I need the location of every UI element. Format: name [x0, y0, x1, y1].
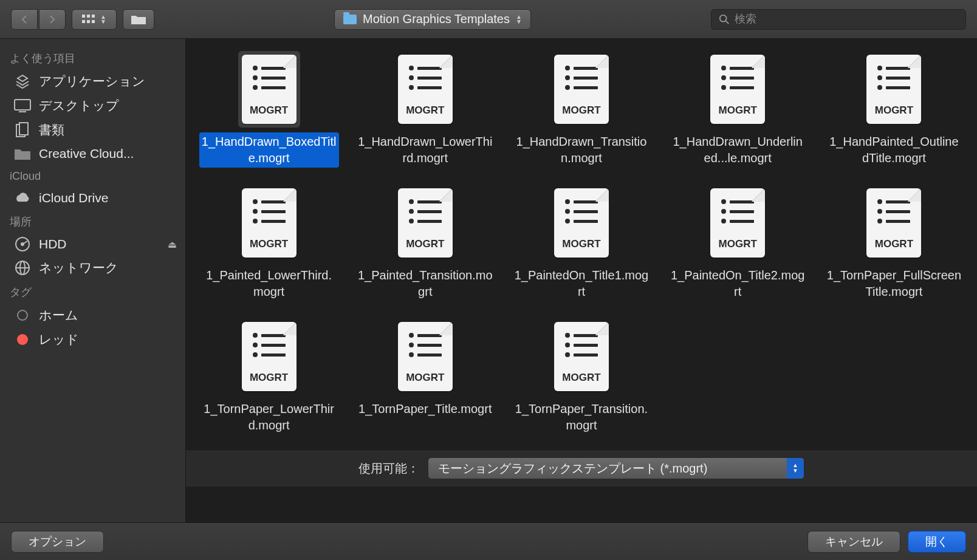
file-ext-label: MOGRT [406, 104, 444, 117]
file-grid[interactable]: MOGRT1_HandDrawn_BoxedTitle.mogrt MOGRT1… [186, 39, 977, 449]
file-thumb-wrap: MOGRT [238, 185, 300, 261]
file-ext-label: MOGRT [562, 104, 600, 117]
sidebar-item[interactable]: ネットワーク [0, 256, 185, 280]
file-item[interactable]: MOGRT1_Painted_LowerThird.mogrt [194, 185, 343, 301]
file-ext-label: MOGRT [719, 238, 757, 250]
mogrt-file-icon: MOGRT [866, 188, 921, 258]
sidebar-item[interactable]: ホーム [0, 303, 185, 327]
mogrt-file-icon: MOGRT [554, 322, 609, 391]
search-input[interactable] [735, 13, 958, 26]
sidebar-item-label: HDD [39, 237, 160, 251]
file-thumb-wrap: MOGRT [863, 185, 925, 261]
file-item[interactable]: MOGRT1_TornPaper_FullScreenTitle.mogrt [820, 185, 968, 301]
file-item[interactable]: MOGRT1_Painted_Transition.mogrt [351, 185, 499, 301]
file-item[interactable]: MOGRT1_PaintedOn_Title1.mogrt [507, 185, 656, 301]
view-mode-group: ▲▼ [72, 9, 117, 30]
file-ext-label: MOGRT [250, 104, 288, 117]
sidebar-item[interactable]: デスクトップ [0, 94, 185, 118]
file-item[interactable]: MOGRT1_TornPaper_LowerThird.mogrt [194, 318, 343, 435]
file-name-label: 1_TornPaper_FullScreenTitle.mogrt [824, 266, 964, 301]
svg-rect-5 [92, 20, 95, 23]
file-thumb-wrap: MOGRT [238, 318, 300, 395]
file-item[interactable]: MOGRT1_HandPainted_OutlinedTitle.mogrt [820, 51, 968, 168]
file-name-label: 1_PaintedOn_Title1.mogrt [512, 266, 651, 301]
cancel-button[interactable]: キャンセル [807, 531, 900, 553]
file-thumb-wrap: MOGRT [394, 318, 456, 395]
cloud-icon [13, 190, 32, 206]
sidebar-item[interactable]: HDD⏏ [0, 233, 185, 256]
chevron-right-icon [49, 15, 56, 24]
svg-rect-4 [87, 20, 90, 23]
folder-icon [13, 146, 32, 162]
file-name-label: 1_TornPaper_Title.mogrt [356, 400, 494, 418]
search-field[interactable] [711, 9, 966, 30]
svg-rect-1 [87, 15, 90, 18]
svg-rect-8 [15, 100, 30, 110]
path-dropdown[interactable]: Motion Graphics Templates ▲▼ [334, 9, 531, 30]
apps-icon [13, 73, 32, 89]
file-item[interactable]: MOGRT1_HandDrawn_BoxedTitle.mogrt [194, 51, 343, 168]
file-name-label: 1_HandDrawn_Underlined...le.mogrt [668, 132, 807, 168]
sidebar-section-header: iCloud [0, 165, 185, 186]
file-thumb-wrap: MOGRT [238, 51, 300, 128]
file-name-label: 1_TornPaper_LowerThird.mogrt [199, 400, 339, 435]
file-item[interactable]: MOGRT1_HandDrawn_LowerThird.mogrt [351, 51, 499, 168]
file-item[interactable]: MOGRT1_TornPaper_Title.mogrt [351, 318, 499, 435]
file-item[interactable]: MOGRT1_TornPaper_Transition.mogrt [507, 318, 656, 435]
mogrt-file-icon: MOGRT [710, 188, 765, 258]
updown-icon: ▲▼ [516, 15, 522, 24]
icon-view-button[interactable]: ▲▼ [72, 9, 117, 30]
sidebar-item[interactable]: Creative Cloud... [0, 142, 185, 165]
sidebar-item-label: ネットワーク [39, 259, 177, 276]
sidebar-section-header: タグ [0, 280, 185, 303]
file-type-value: モーショングラフィックステンプレート (*.mogrt) [438, 460, 707, 477]
main-area: よく使う項目アプリケーションデスクトップ書類Creative Cloud...i… [0, 39, 977, 522]
mogrt-file-icon: MOGRT [554, 55, 609, 124]
sidebar-item[interactable]: 書類 [0, 118, 185, 142]
file-name-label: 1_Painted_LowerThird.mogrt [199, 266, 339, 301]
sidebar-item[interactable]: アプリケーション [0, 69, 185, 94]
mogrt-file-icon: MOGRT [398, 322, 453, 391]
file-thumb-wrap: MOGRT [550, 185, 612, 261]
mogrt-file-icon: MOGRT [554, 188, 609, 258]
sidebar-section-header: 場所 [0, 210, 185, 233]
sidebar-item[interactable]: レッド [0, 327, 185, 352]
filter-label: 使用可能： [358, 460, 419, 477]
svg-rect-3 [82, 20, 85, 23]
file-ext-label: MOGRT [719, 104, 757, 117]
filter-row: 使用可能： モーショングラフィックステンプレート (*.mogrt) ▲▼ [186, 449, 977, 487]
file-name-label: 1_HandDrawn_LowerThird.mogrt [355, 132, 495, 168]
file-item[interactable]: MOGRT1_PaintedOn_Title2.mogrt [663, 185, 812, 301]
sidebar-item[interactable]: iCloud Drive [0, 186, 185, 210]
file-thumb-wrap: MOGRT [550, 51, 612, 128]
mogrt-file-icon: MOGRT [242, 322, 297, 391]
file-thumb-wrap: MOGRT [863, 51, 925, 128]
file-name-label: 1_HandDrawn_BoxedTitle.mogrt [199, 132, 339, 168]
sidebar-item-label: アプリケーション [39, 73, 177, 90]
file-type-select[interactable]: モーショングラフィックステンプレート (*.mogrt) ▲▼ [428, 457, 804, 479]
sidebar-section-header: よく使う項目 [0, 46, 185, 69]
sidebar-item-label: レッド [39, 331, 177, 348]
sidebar: よく使う項目アプリケーションデスクトップ書類Creative Cloud...i… [0, 39, 186, 522]
file-thumb-wrap: MOGRT [394, 185, 456, 261]
mogrt-file-icon: MOGRT [866, 55, 921, 124]
mogrt-file-icon: MOGRT [242, 55, 297, 124]
file-name-label: 1_HandPainted_OutlinedTitle.mogrt [824, 132, 964, 168]
file-ext-label: MOGRT [250, 372, 288, 384]
file-area: MOGRT1_HandDrawn_BoxedTitle.mogrt MOGRT1… [186, 39, 977, 522]
back-button[interactable] [11, 9, 38, 30]
tag-empty-icon [13, 307, 32, 323]
svg-rect-0 [82, 15, 85, 18]
docs-icon [13, 122, 32, 138]
network-icon [13, 260, 32, 276]
eject-icon[interactable]: ⏏ [168, 239, 177, 250]
file-item[interactable]: MOGRT1_HandDrawn_Underlined...le.mogrt [663, 51, 812, 168]
file-item[interactable]: MOGRT1_HandDrawn_Transition.mogrt [507, 51, 656, 168]
forward-button[interactable] [39, 9, 66, 30]
folder-plus-icon [131, 14, 146, 25]
options-button[interactable]: オプション [11, 531, 104, 553]
new-folder-button[interactable] [123, 9, 154, 30]
sidebar-item-label: ホーム [39, 307, 177, 324]
open-button[interactable]: 開く [908, 531, 966, 553]
file-ext-label: MOGRT [875, 238, 913, 250]
